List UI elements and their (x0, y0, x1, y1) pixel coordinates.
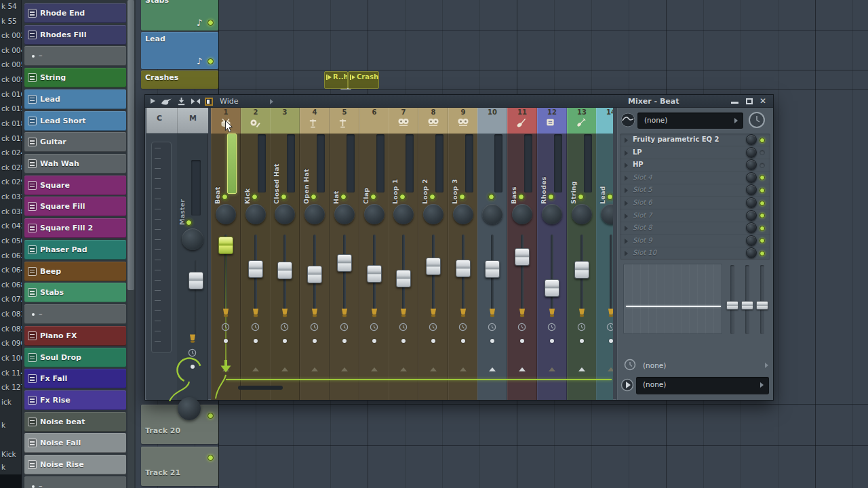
slot-mix-knob[interactable] (746, 235, 757, 246)
minimize-icon[interactable] (731, 102, 738, 104)
channel-button[interactable]: Rhode End (24, 3, 126, 23)
fx-send-icon[interactable] (578, 308, 586, 318)
clock-icon[interactable] (606, 323, 613, 331)
clock-icon[interactable] (458, 323, 467, 331)
slot-mix-knob[interactable] (746, 247, 757, 258)
channel-button[interactable]: Rhodes Fill (24, 25, 126, 45)
arm-dot[interactable] (609, 339, 613, 343)
eq-preview[interactable] (623, 264, 722, 334)
rail-clip-label[interactable]: ck 085 (1, 325, 22, 334)
strip-header[interactable]: 14 (596, 108, 613, 134)
pan-knob[interactable] (393, 204, 414, 224)
rail-clip-label[interactable]: ck 043 (1, 222, 22, 231)
effect-slot[interactable]: Slot 9 (620, 235, 770, 247)
fx-send-icon[interactable] (518, 308, 526, 318)
mixer-strip[interactable]: 11Bass (507, 108, 537, 400)
rail-clip-label[interactable]: ck 019 (1, 134, 22, 144)
eq-fader-track[interactable] (745, 265, 749, 334)
pan-knob[interactable] (304, 204, 325, 224)
pan-knob[interactable] (453, 204, 473, 224)
arm-dot[interactable] (283, 339, 287, 343)
route-arrow-icon[interactable] (281, 367, 288, 371)
clock-icon[interactable] (577, 323, 586, 331)
mixer-strip[interactable]: 13String (567, 108, 597, 400)
effect-slot[interactable]: HP (620, 159, 770, 171)
rail-clip-label[interactable]: k 54 (1, 2, 22, 12)
fx-send-icon[interactable] (607, 308, 613, 318)
clock-icon[interactable] (399, 323, 408, 331)
hand-icon[interactable] (161, 97, 173, 106)
route-arrow-icon[interactable] (430, 367, 437, 371)
route-arrow-icon[interactable] (311, 367, 318, 371)
channel-button[interactable]: – (24, 46, 126, 66)
channel-button[interactable]: Beep (24, 262, 126, 281)
route-arrow-icon[interactable] (489, 367, 496, 371)
strip-header[interactable]: 3 (270, 108, 300, 134)
layout-checkbox[interactable] (205, 98, 213, 106)
slot-mix-knob[interactable] (746, 222, 757, 233)
strip-header[interactable]: 4 (300, 108, 330, 134)
slot-mix-knob[interactable] (746, 210, 757, 221)
close-icon[interactable]: ✕ (760, 96, 766, 106)
mixer-strip[interactable]: 3Closed Hat (270, 108, 300, 400)
strip-header[interactable]: 6 (359, 108, 389, 134)
fx-send-icon[interactable] (399, 308, 408, 318)
effect-slot[interactable]: Fruity parametric EQ 2 (620, 134, 770, 146)
slot-mix-knob[interactable] (746, 184, 757, 195)
mixer-menu-icon[interactable] (151, 98, 155, 104)
fader-handle[interactable] (485, 260, 500, 278)
send-arrow-icon[interactable] (220, 359, 232, 374)
playlist-track-header[interactable]: Stabs♪ (141, 0, 218, 30)
mixer-strip[interactable]: 4Open Hat (300, 108, 330, 400)
slot-led[interactable] (760, 226, 765, 231)
clock-icon[interactable] (280, 323, 289, 331)
track-led[interactable] (208, 455, 214, 461)
channel-button[interactable]: Guitar (24, 132, 126, 152)
route-arrow-icon[interactable] (519, 367, 526, 371)
effect-slot[interactable]: Slot 8 (620, 222, 770, 235)
master-strip[interactable]: Master (177, 134, 208, 400)
channel-button[interactable]: Lead Short (24, 111, 126, 131)
arm-dot[interactable] (431, 339, 435, 343)
effect-slot[interactable]: Slot 4 (620, 171, 770, 184)
rail-clip-label[interactable]: ck 072 (1, 295, 22, 304)
strip-led[interactable] (488, 194, 494, 200)
clock-icon[interactable] (488, 323, 496, 331)
mixer-strip[interactable]: 5Hat (330, 108, 359, 400)
strip-header[interactable]: 9 (448, 108, 478, 134)
strip-led[interactable] (186, 220, 192, 226)
channel-button[interactable]: Noise beat (24, 412, 126, 432)
clock-icon[interactable] (251, 323, 260, 331)
route-arrow-icon[interactable] (549, 367, 555, 371)
fx-send-icon[interactable] (222, 308, 230, 318)
fx-send-icon[interactable] (281, 308, 289, 318)
rail-clip-label[interactable]: ick (1, 398, 22, 407)
effect-slot[interactable]: Slot 10 (620, 247, 770, 260)
dock-icon[interactable] (177, 97, 186, 106)
fader-handle[interactable] (515, 248, 530, 266)
route-arrow-icon[interactable] (578, 367, 585, 371)
pan-knob[interactable] (512, 204, 532, 224)
arm-dot[interactable] (191, 365, 195, 369)
rail-clip-label[interactable]: ck 064 (1, 266, 22, 275)
channel-button[interactable]: Lead (24, 89, 126, 109)
strip-header[interactable]: 7 (389, 108, 418, 134)
fader-handle[interactable] (307, 266, 322, 283)
mixer-strip[interactable]: 14Lead (596, 108, 613, 400)
slot-mix-knob[interactable] (746, 197, 757, 208)
rail-clip-label[interactable]: ck 090 (1, 339, 22, 348)
rail-clip-label[interactable]: ck 004 (1, 46, 22, 56)
fader-handle[interactable] (396, 270, 411, 287)
fx-send-icon[interactable] (340, 308, 349, 318)
strip-led[interactable] (311, 194, 317, 200)
rail-clip-label[interactable]: ck 114 (1, 369, 22, 378)
slot-mix-knob[interactable] (746, 147, 757, 158)
rail-clip-label[interactable]: ck 005 (1, 60, 22, 70)
fx-send-icon[interactable] (189, 333, 197, 344)
slot-led[interactable] (760, 175, 765, 180)
fader-track[interactable] (610, 235, 612, 311)
track-led[interactable] (208, 58, 214, 64)
rail-clip-label[interactable]: ck 010 (1, 90, 22, 100)
fx-send-icon[interactable] (252, 308, 260, 318)
master-route-knob[interactable] (178, 397, 201, 420)
